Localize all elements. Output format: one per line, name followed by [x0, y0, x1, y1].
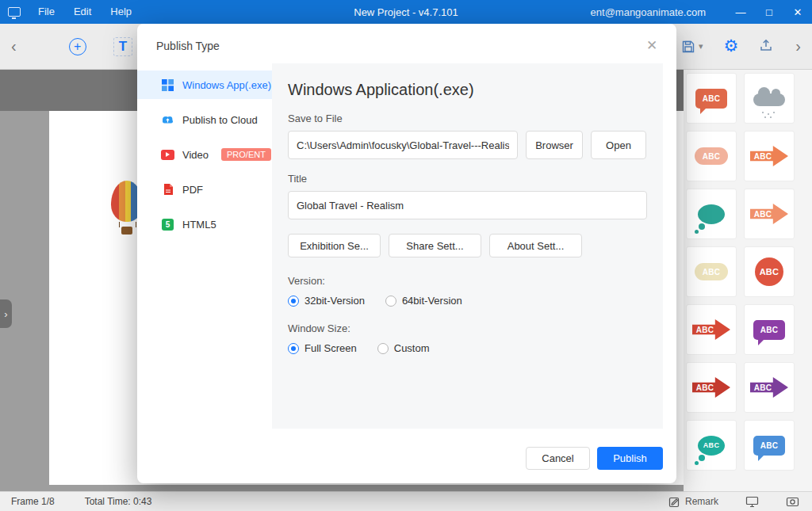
speech-bubble-shape: ABC [753, 320, 785, 340]
shape-item[interactable]: ABC [744, 246, 795, 297]
nav-label: HTML5 [182, 219, 216, 231]
open-button[interactable]: Open [591, 131, 646, 159]
shape-item[interactable]: ABC [744, 304, 795, 355]
add-object-icon[interactable]: + [69, 38, 86, 55]
arrow-shape: ABC [750, 146, 788, 166]
save-to-file-label: Save to File [288, 112, 647, 124]
cancel-button[interactable]: Cancel [526, 447, 590, 470]
browser-button[interactable]: Browser [526, 131, 583, 159]
version-label: Version: [288, 275, 647, 287]
nav-label: Windows App(.exe) [182, 79, 271, 91]
arrow-shape: ABC [750, 204, 788, 224]
shape-item[interactable] [686, 189, 737, 239]
shape-label: ABC [760, 267, 779, 276]
publish-button[interactable]: Publish [597, 447, 663, 470]
exhibition-settings-button[interactable]: Exhibition Se... [288, 234, 381, 257]
shape-item[interactable] [744, 73, 795, 124]
remark-icon [668, 496, 680, 508]
speech-bubble-shape: ABC [753, 436, 785, 456]
nav-pdf[interactable]: PDF [137, 175, 272, 204]
pdf-icon [161, 183, 174, 196]
nav-publish-to-cloud[interactable]: Publish to Cloud [137, 105, 272, 134]
shape-item[interactable]: ABC [744, 131, 795, 181]
panel-heading: Windows Application(.exe) [288, 81, 647, 99]
shape-item[interactable]: ABC [686, 73, 737, 124]
speech-bubble-shape: ABC [695, 89, 727, 109]
nav-video[interactable]: Video PRO/ENT [137, 140, 272, 169]
window-size-label: Window Size: [288, 322, 647, 334]
save-button[interactable]: ▾ [681, 40, 703, 54]
settings-gear-icon[interactable]: ⚙ [724, 38, 739, 55]
windows-icon [161, 78, 174, 92]
radio-64bit-icon [385, 296, 396, 307]
rain-cloud-shape [753, 93, 785, 106]
radio-64bit-label: 64bit-Version [402, 295, 462, 307]
nav-label: PDF [182, 184, 203, 196]
arrow-shape: ABC [750, 377, 788, 398]
window-title: New Project - v4.7.101 [354, 6, 458, 18]
remark-label: Remark [685, 496, 718, 507]
dialog-close-icon[interactable]: ✕ [643, 36, 661, 54]
minimize-button[interactable]: — [726, 0, 755, 24]
shape-label: ABC [754, 152, 772, 161]
radio-full-screen[interactable]: Full Screen [288, 342, 357, 354]
shape-label: ABC [703, 268, 721, 276]
statusbar: Frame 1/8 Total Time: 0:43 Remark [0, 491, 812, 511]
shape-label: ABC [760, 441, 779, 450]
file-path-input[interactable] [288, 131, 518, 159]
cloud-upload-icon [161, 113, 174, 127]
menu-file[interactable]: File [29, 0, 64, 24]
frame-indicator: Frame 1/8 [11, 496, 55, 507]
menu-edit[interactable]: Edit [64, 0, 101, 24]
shape-label: ABC [703, 152, 721, 161]
save-caret-icon[interactable]: ▾ [699, 41, 703, 51]
radio-64bit-version[interactable]: 64bit-Version [385, 295, 462, 307]
radio-full-screen-icon [288, 343, 299, 354]
nav-html5[interactable]: 5 HTML5 [137, 210, 272, 238]
pro-ent-badge: PRO/ENT [221, 148, 271, 161]
shape-item[interactable]: ABC [686, 304, 737, 355]
radio-32bit-label: 32bit-Version [304, 295, 365, 307]
publish-type-nav: Windows App(.exe) Publish to Cloud Video… [137, 71, 272, 245]
about-settings-button[interactable]: About Sett... [489, 234, 582, 257]
callout-shapes-panel: ABC ABC ABC ABC ABC ABC [684, 70, 812, 491]
publish-upload-icon[interactable] [759, 38, 773, 55]
text-tool-icon[interactable]: T [113, 37, 132, 56]
publish-settings-panel: Windows Application(.exe) Save to File B… [272, 63, 663, 429]
share-settings-button[interactable]: Share Sett... [389, 234, 481, 257]
shape-item[interactable]: ABC [686, 362, 737, 413]
radio-custom-label: Custom [394, 342, 430, 354]
toolbar-forward-icon[interactable]: › [794, 37, 801, 55]
preview-monitor-icon[interactable] [745, 496, 759, 508]
shape-item[interactable]: ABC [744, 362, 795, 413]
shape-item[interactable]: ABC [686, 131, 737, 181]
screen-capture-icon[interactable] [786, 496, 799, 508]
account-email[interactable]: ent@mangoanimate.com [591, 6, 706, 18]
shape-label: ABC [703, 441, 719, 449]
menu-help[interactable]: Help [101, 0, 141, 24]
radio-custom[interactable]: Custom [377, 342, 430, 354]
shape-label: ABC [760, 326, 779, 334]
publish-type-dialog: Publish Type ✕ Windows App(.exe) [137, 24, 676, 483]
radio-custom-icon [377, 343, 389, 354]
total-time-indicator: Total Time: 0:43 [85, 496, 152, 507]
radio-32bit-icon [288, 296, 299, 307]
radio-32bit-version[interactable]: 32bit-Version [288, 295, 365, 307]
undo-back-icon[interactable]: ‹ [0, 37, 28, 55]
shape-item[interactable]: ABC [686, 246, 737, 297]
title-label: Title [288, 173, 647, 185]
close-window-button[interactable]: ✕ [783, 0, 812, 24]
shape-label: ABC [754, 210, 772, 219]
thought-bubble-shape: ABC [698, 436, 725, 456]
shape-item[interactable]: ABC [744, 189, 795, 239]
shapes-grid: ABC ABC ABC ABC ABC ABC [686, 73, 795, 471]
nav-label: Video [182, 149, 209, 161]
maximize-button[interactable]: □ [755, 0, 783, 24]
shape-item[interactable]: ABC [686, 420, 737, 471]
remark-button[interactable]: Remark [668, 496, 718, 508]
title-input[interactable] [288, 191, 647, 219]
html5-icon: 5 [161, 218, 174, 231]
nav-windows-app[interactable]: Windows App(.exe) [137, 71, 272, 99]
sidebar-expand-tab[interactable]: › [0, 299, 12, 328]
shape-item[interactable]: ABC [744, 420, 795, 471]
